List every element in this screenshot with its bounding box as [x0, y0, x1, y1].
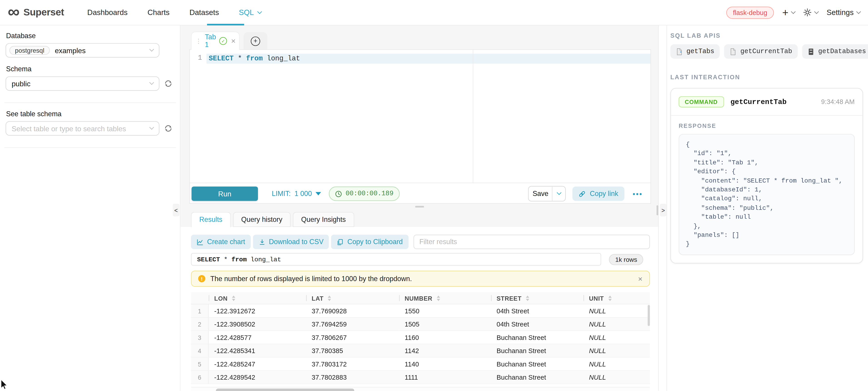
- executed-sql-row: SELECT * from long_lat 1k rows: [191, 253, 650, 266]
- api-buttons: getTabs getCurrentTab getDatabases: [671, 44, 863, 59]
- get-current-tab-button[interactable]: getCurrentTab: [724, 44, 798, 59]
- copy-to-clipboard-button[interactable]: Copy to Clipboard: [331, 235, 408, 249]
- save-button[interactable]: Save: [529, 187, 552, 201]
- print-margin-ruler: [473, 50, 473, 183]
- tab-query-history[interactable]: Query history: [233, 212, 290, 227]
- executed-sql: SELECT * from long_lat: [191, 253, 601, 266]
- sql-editor-card: 1 SELECT * from long_lat Run LIMIT: 1 00…: [189, 49, 651, 204]
- drag-grip-icon[interactable]: [195, 38, 202, 43]
- chart-icon: [196, 238, 204, 246]
- tab-results[interactable]: Results: [191, 212, 231, 228]
- chevron-down-icon: [149, 125, 154, 130]
- create-chart-button[interactable]: Create chart: [191, 235, 251, 249]
- link-icon: [579, 190, 586, 197]
- partial-row: [191, 384, 650, 387]
- refresh-schemas-button[interactable]: [164, 79, 173, 88]
- clock-icon: [335, 190, 342, 197]
- chevron-down-icon: [257, 9, 262, 14]
- horizontal-scrollbar[interactable]: [191, 387, 650, 391]
- chevron-down-icon: [557, 190, 561, 195]
- refresh-icon: [164, 124, 172, 132]
- get-tabs-button[interactable]: getTabs: [671, 44, 720, 59]
- column-header-lon[interactable]: LON: [209, 295, 306, 301]
- nav-dashboards[interactable]: Dashboards: [87, 8, 127, 17]
- column-header-unit[interactable]: UNIT: [583, 295, 650, 301]
- filter-results-input[interactable]: [413, 235, 650, 249]
- sql-lab-sidebar: Database postgresql examples Schema publ…: [0, 26, 181, 391]
- editor-gutter: 1: [190, 50, 207, 183]
- navbar-right: flask-debug Settings: [726, 6, 860, 19]
- schema-select[interactable]: public: [5, 76, 159, 91]
- sql-lab-apis-panel: SQL LAB APIS getTabs getCurrentTab: [666, 26, 868, 391]
- sun-icon: [803, 8, 812, 17]
- panel-resize-handle[interactable]: [415, 206, 424, 207]
- get-databases-button[interactable]: getDatabases: [802, 44, 868, 59]
- sort-icon: [437, 295, 440, 301]
- close-alert-icon[interactable]: [638, 275, 643, 282]
- new-menu[interactable]: [782, 8, 795, 17]
- scrollbar-thumb[interactable]: [216, 389, 354, 391]
- download-csv-button[interactable]: Download to CSV: [253, 235, 329, 249]
- command-badge: COMMAND: [679, 96, 724, 107]
- chevron-down-icon: [814, 9, 819, 14]
- file-cabinet-icon: [808, 48, 814, 55]
- sidebar-divider: [4, 102, 176, 103]
- refresh-tables-button[interactable]: [164, 124, 173, 133]
- editor-tab[interactable]: Tab 1: [191, 32, 240, 50]
- editor-toolbar: Run LIMIT: 1 000 00:00:00.189 Save: [190, 183, 650, 204]
- last-interaction-card: COMMAND getCurrentTab 9:34:48 AM RESPONS…: [671, 88, 863, 263]
- table-row: 3 -122.428577 37.7806267 1160 Buchanan S…: [191, 331, 650, 345]
- column-header-number[interactable]: NUMBER: [399, 295, 491, 301]
- copy-link-button[interactable]: Copy link: [572, 187, 624, 201]
- page-scrollbar-thumb[interactable]: [657, 205, 658, 215]
- sort-icon: [526, 295, 529, 301]
- last-interaction-title: LAST INTERACTION: [671, 73, 863, 80]
- brand-name: Superset: [23, 7, 64, 18]
- column-header-lat[interactable]: LAT: [306, 295, 399, 301]
- close-tab-icon[interactable]: [231, 38, 236, 44]
- results-tabbar: Results Query history Query Insights: [191, 212, 354, 228]
- new-tab-button[interactable]: [244, 32, 268, 50]
- sql-editor-area: Tab 1 1 SELECT * from long_lat Run LIMI: [181, 26, 659, 391]
- table-row: 2 -122.3908502 37.7694259 1505 04th Stre…: [191, 318, 650, 331]
- theme-toggle[interactable]: [803, 8, 818, 17]
- nav-charts[interactable]: Charts: [148, 8, 169, 17]
- apis-title: SQL LAB APIS: [671, 32, 863, 39]
- sql-lab-page: Superset Dashboards Charts Datasets SQL …: [0, 0, 868, 391]
- more-actions-button[interactable]: [633, 190, 643, 198]
- save-button-group: Save: [528, 186, 566, 201]
- collapse-sidebar-button[interactable]: [173, 204, 179, 217]
- database-engine-tag: postgresql: [9, 46, 50, 55]
- nav-datasets[interactable]: Datasets: [189, 8, 219, 17]
- column-header-street[interactable]: STREET: [491, 295, 583, 301]
- caret-down-icon: [316, 192, 321, 195]
- active-nav-underline: [207, 24, 244, 26]
- clipboard-icon: [337, 238, 344, 246]
- mouse-cursor: [0, 380, 8, 390]
- run-query-button[interactable]: Run: [191, 187, 258, 201]
- superset-logo[interactable]: Superset: [8, 5, 64, 20]
- document-icon: [730, 48, 737, 55]
- vertical-scrollbar-thumb[interactable]: [648, 305, 650, 326]
- ace-editor[interactable]: 1 SELECT * from long_lat: [190, 50, 650, 183]
- table-select[interactable]: Select table or type to search tables: [5, 121, 159, 136]
- sort-icon: [328, 295, 331, 301]
- chevron-down-icon: [149, 80, 154, 85]
- tab-query-insights[interactable]: Query Insights: [293, 212, 354, 227]
- interaction-body: RESPONSE { "id": "1", "title": "Tab 1", …: [671, 116, 862, 263]
- schema-label: Schema: [6, 65, 176, 73]
- limit-dropdown[interactable]: LIMIT: 1 000: [272, 190, 321, 198]
- response-json: { "id": "1", "title": "Tab 1", "editor":…: [686, 140, 847, 249]
- settings-menu[interactable]: Settings: [827, 8, 860, 17]
- row-count-badge: 1k rows: [609, 254, 643, 265]
- editor-tabstrip: Tab 1: [191, 32, 267, 50]
- response-code-block: { "id": "1", "title": "Tab 1", "editor":…: [679, 134, 855, 255]
- top-navbar: Superset Dashboards Charts Datasets SQL …: [0, 0, 868, 26]
- database-select[interactable]: postgresql examples: [5, 43, 159, 58]
- save-options-caret[interactable]: [552, 187, 565, 201]
- infinity-logo-icon: [8, 4, 20, 19]
- results-actions: Create chart Download to CSV Copy t: [191, 235, 650, 249]
- nav-sql[interactable]: SQL: [239, 8, 261, 17]
- chevron-down-icon: [149, 47, 154, 52]
- collapse-api-panel-button[interactable]: [660, 204, 666, 217]
